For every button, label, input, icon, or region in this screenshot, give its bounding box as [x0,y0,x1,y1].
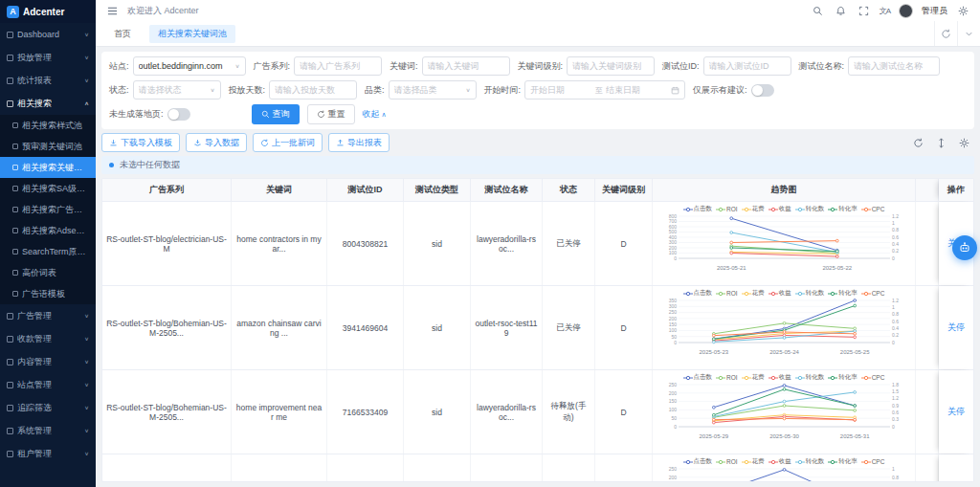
export-report-button[interactable]: 导出报表 [328,133,390,152]
filter-days-input[interactable]: 请输入投放天数 [269,80,357,100]
legend-item[interactable]: 点击数 [683,205,713,213]
sidebar-item-pre-review-keyword-pool[interactable]: 预审测关键词池 [0,136,96,157]
filter-campaign-input[interactable]: 请输入广告系列 [294,56,382,76]
legend-item[interactable]: CPC [861,374,885,381]
filter-panel: 站点:outlet.beddinginn.com∨广告系列:请输入广告系列关键词… [101,52,974,129]
sidebar-item-payment-management[interactable]: 收款管理∨ [0,327,96,350]
column-header-trend: 趋势图 [653,179,916,201]
sidebar-item-tracking[interactable]: 追踪筛选∨ [0,396,96,419]
legend-item[interactable]: CPC [861,290,885,297]
legend-item[interactable]: 收益 [768,289,791,298]
filter-label-only-suggested: 仅展示有建议: [693,84,747,97]
legend-item[interactable]: ROI [716,374,738,381]
filter-category-select[interactable]: 请选择品类∨ [389,80,477,100]
legend-item[interactable]: 花费 [742,289,765,298]
sidebar-item-content-management[interactable]: 内容管理∨ [0,350,96,373]
legend-item[interactable]: 收益 [768,373,791,382]
svg-text:1.2: 1.2 [892,298,899,303]
stop-action-link[interactable]: 关停 [947,406,965,418]
svg-text:0.4: 0.4 [892,241,899,247]
legend-item[interactable]: 转化率 [828,205,858,213]
legend-item[interactable]: 点击数 [683,457,713,466]
avatar[interactable] [899,4,913,18]
legend-item[interactable]: 收益 [768,457,791,466]
sidebar-item-related-search-ad-management[interactable]: 相关搜索广告管理 [0,199,96,220]
translate-icon[interactable]: 文A [880,6,890,16]
column-settings-icon[interactable] [957,136,971,150]
topbar: 欢迎进入 Adcenter 文A 管理员 [96,0,980,21]
sidebar-item-tenant-management[interactable]: 租户管理∨ [0,442,96,465]
svg-text:0: 0 [674,255,677,261]
refresh-tabs-icon[interactable] [934,21,957,46]
tab-home[interactable]: 首页 [105,25,140,43]
sidebar-item-related-search[interactable]: 相关搜索∧ [0,92,96,115]
sidebar-item-related-search-style-pool[interactable]: 相关搜索样式池 [0,115,96,136]
legend-item[interactable]: 点击数 [683,373,713,382]
reset-button[interactable]: 重置 [307,104,355,124]
bell-icon[interactable] [834,4,848,18]
legend-item[interactable]: 花费 [742,205,765,213]
sidebar-item-related-search-keyword-pool[interactable]: 相关搜索关键词池 [0,157,96,178]
legend-item[interactable]: ROI [716,290,738,297]
fullscreen-icon[interactable] [857,4,871,18]
download-template-button[interactable]: 下载导入模板 [101,133,180,152]
search-icon[interactable] [811,4,825,18]
filter-start-time-daterange[interactable]: 开始日期至结束日期 [524,80,685,100]
sidebar-item-related-search-sa-keywords[interactable]: 相关搜索SA级关键... [0,178,96,199]
tab-related-search-keyword-pool[interactable]: 相关搜索关键词池 [149,25,235,43]
legend-item[interactable]: 花费 [742,373,765,382]
legend-item[interactable]: 转化数 [795,373,825,382]
legend-item[interactable]: 花费 [742,457,765,466]
legend-item[interactable]: 点击数 [683,289,713,298]
filter-keyword-input[interactable]: 请输入关键词 [422,56,510,76]
import-data-button[interactable]: 导入数据 [186,133,247,152]
sidebar-collapse-icon[interactable] [105,4,120,18]
svg-text:50: 50 [671,415,677,421]
legend-item[interactable]: CPC [861,458,885,465]
refresh-icon[interactable] [911,136,925,150]
legend-item[interactable]: 转化数 [795,205,825,213]
column-header-keyword-level: 关键词级别 [595,179,653,201]
filter-keyword-level-input[interactable]: 请输入关键词级别 [567,56,655,76]
sidebar-item-site-management[interactable]: 站点管理∨ [0,373,96,396]
legend-item[interactable]: ROI [716,458,738,465]
filter-status-select[interactable]: 请选择状态∨ [133,80,221,100]
legend-item[interactable]: 转化数 [795,289,825,298]
legend-item[interactable]: CPC [861,206,885,212]
system-management-icon [7,428,13,434]
sidebar-item-ad-management[interactable]: 广告管理∨ [0,304,96,327]
filter-test-name-input[interactable]: 请输入测试位名称 [848,56,940,76]
legend-item[interactable]: 转化数 [795,457,825,466]
sidebar-item-stats-report[interactable]: 统计报表∨ [0,69,96,92]
sidebar-item-related-search-adsense[interactable]: 相关搜索Adsense... [0,220,96,241]
filter-only-suggested-switch[interactable] [751,84,774,97]
username[interactable]: 管理员 [922,5,947,17]
stop-action-link[interactable]: 关停 [947,321,965,334]
legend-item[interactable]: ROI [716,206,738,212]
sidebar-item-high-value-words[interactable]: 高价词表 [0,262,96,283]
filter-row-2: 状态:请选择状态∨投放天数:请输入投放天数品类:请选择品类∨开始时间:开始日期至… [109,80,967,100]
settings-icon[interactable] [956,4,970,18]
legend-item[interactable]: 转化率 [828,373,858,382]
sidebar-item-system-management[interactable]: 系统管理∨ [0,419,96,442]
legend-marker-icon [768,207,778,212]
sidebar-item-dashboard[interactable]: Dashboard∨ [0,23,96,46]
filter-no-landing-page-switch[interactable] [167,108,190,121]
filter-test-id-input[interactable]: 请输入测试位ID [703,56,791,76]
search-button[interactable]: 查询 [252,104,300,124]
previous-batch-button[interactable]: 上一批新词 [253,133,323,152]
search-icon [261,110,270,119]
legend-item[interactable]: 转化率 [828,457,858,466]
svg-text:0.6: 0.6 [892,234,899,240]
ai-assistant-button[interactable] [952,235,977,260]
legend-item[interactable]: 收益 [768,205,791,213]
legend-item[interactable]: 转化率 [828,289,858,298]
sidebar-item-delivery-management[interactable]: 投放管理∨ [0,46,96,69]
sidebar-item-searchterm-raw-report[interactable]: SearchTerm原始报... [0,241,96,262]
filter-site-select[interactable]: outlet.beddinginn.com∨ [133,56,246,76]
sidebar-item-ad-copy-template[interactable]: 广告语模板 [0,283,96,304]
tabs-menu-chevron-icon[interactable] [957,21,980,46]
collapse-filters-link[interactable]: 收起∧ [363,108,387,121]
density-icon[interactable] [934,136,948,150]
app-logo[interactable]: A Adcenter [0,0,96,23]
